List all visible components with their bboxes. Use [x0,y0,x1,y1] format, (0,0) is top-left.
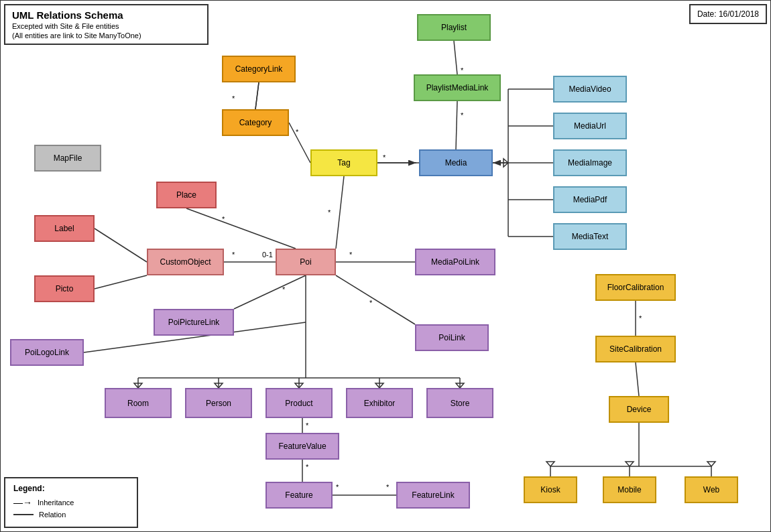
node-tag: Tag [310,149,377,176]
svg-text:0-1: 0-1 [262,251,273,259]
diagram-subtitle1: Excepted with Site & File entities [12,22,200,30]
svg-line-0 [454,41,457,74]
node-room: Room [105,388,172,418]
svg-line-24 [95,228,147,262]
node-mapfile: MapFile [34,145,101,172]
node-label: Label [34,215,95,242]
node-playlistmedialink: PlaylistMediaLink [414,74,501,101]
relation-label: Relation [39,511,66,519]
svg-text:*: * [383,153,386,161]
node-exhibitor: Exhibitor [346,388,413,418]
svg-marker-59 [707,462,715,466]
node-product: Product [265,388,333,418]
svg-text:*: * [232,251,235,259]
svg-text:*: * [369,299,373,307]
node-kiosk: Kiosk [524,476,577,503]
node-mediaurl: MediaUrl [553,113,627,139]
node-sitecalibration: SiteCalibration [595,336,676,362]
svg-text:*: * [306,421,309,429]
svg-text:*: * [232,94,235,103]
svg-line-22 [186,208,296,249]
node-poipicturelink: PoiPictureLink [154,309,234,336]
svg-line-5 [255,82,259,109]
svg-line-9 [255,82,259,109]
svg-line-3 [456,101,457,149]
diagram-subtitle2: (All entities are link to Site ManyToOne… [12,31,200,40]
node-mediavideo: MediaVideo [553,76,627,103]
svg-marker-65 [215,383,223,388]
connections-svg: * * * * * * * * * [1,1,771,532]
node-store: Store [426,388,493,418]
node-media: Media [419,149,493,176]
legend-relation: Relation [13,511,129,519]
svg-text:*: * [328,208,331,216]
inheritance-arrow-icon: —→ [13,497,32,508]
date-label: Date: 16/01/2018 [697,9,759,19]
svg-line-10 [336,176,344,249]
node-featurevalue: FeatureValue [265,433,339,460]
node-device: Device [609,396,669,423]
svg-text:*: * [296,128,299,136]
svg-text:*: * [336,483,339,491]
svg-marker-64 [134,383,142,388]
svg-text:*: * [386,483,390,491]
legend-box: Legend: —→ Inheritance Relation [4,477,138,528]
diagram-title: UML Relations Schema [12,9,200,21]
svg-marker-57 [546,462,554,466]
node-feature: Feature [265,482,333,509]
svg-text:*: * [222,215,225,223]
inheritance-label: Inheritance [38,498,74,507]
node-mediapoilink: MediaPoiLink [415,249,495,275]
node-category: Category [222,109,289,136]
node-mediaimage: MediaImage [553,149,627,176]
legend-title: Legend: [13,484,129,493]
svg-line-7 [289,123,310,163]
node-floorcalibration: FloorCalibration [595,274,676,301]
relation-line-icon [13,514,34,515]
svg-text:*: * [461,111,464,119]
diagram-container: UML Relations Schema Excepted with Site … [0,0,771,532]
svg-text:*: * [639,314,642,322]
node-mediatext: MediaText [553,223,627,250]
node-poilink: PoiLink [415,324,489,351]
node-poilogoglink: PoiLogoLink [10,339,84,366]
date-box: Date: 16/01/2018 [689,4,767,24]
svg-marker-60 [503,159,508,167]
svg-line-33 [336,275,415,324]
node-poi: Poi [276,249,336,275]
svg-text:*: * [306,463,309,471]
svg-line-31 [234,275,306,309]
node-customobject: CustomObject [147,249,224,275]
node-web: Web [685,476,738,503]
node-person: Person [185,388,252,418]
node-playlist: Playlist [417,14,491,41]
svg-marker-58 [626,462,634,466]
node-categorylink: CategoryLink [222,56,296,82]
node-mobile: Mobile [603,476,656,503]
node-featurelink: FeatureLink [396,482,470,509]
svg-line-51 [636,362,639,396]
legend-inheritance: —→ Inheritance [13,497,129,508]
node-place: Place [156,182,217,208]
svg-text:*: * [282,285,286,293]
title-box: UML Relations Schema Excepted with Site … [4,4,209,45]
svg-text:*: * [461,66,464,74]
node-picto: Picto [34,275,95,302]
svg-marker-66 [295,383,303,388]
svg-marker-67 [375,383,383,388]
svg-marker-68 [456,383,464,388]
svg-line-25 [95,275,147,289]
svg-text:*: * [349,251,353,259]
node-mediapdf: MediaPdf [553,186,627,213]
